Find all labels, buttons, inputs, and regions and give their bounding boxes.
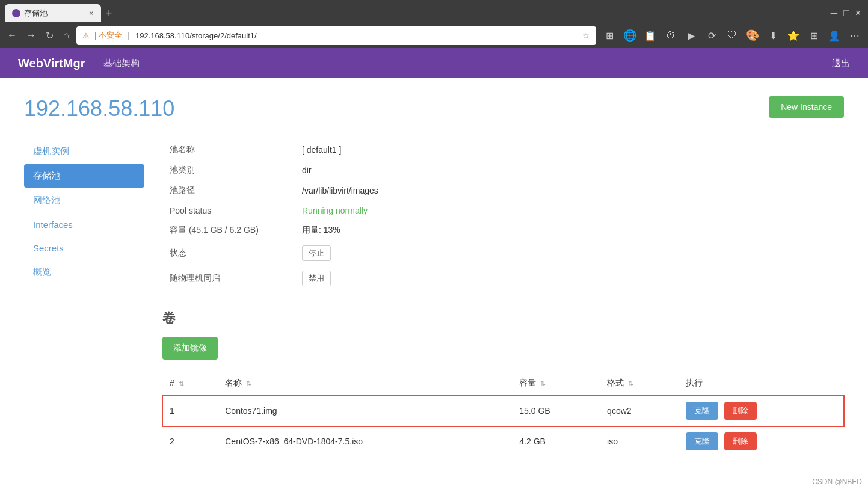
pool-status-value: Running normally <box>295 201 844 220</box>
vol2-delete-button[interactable]: 删除 <box>724 432 757 450</box>
volumes-section-title: 卷 <box>162 309 844 327</box>
app-header: WebVirtMgr 基础架构 退出 <box>0 48 868 78</box>
col-action-label: 执行 <box>686 378 703 387</box>
sidebar-item-overview[interactable]: 概览 <box>24 260 144 284</box>
add-image-button[interactable]: 添加镜像 <box>162 337 218 360</box>
pool-type-key: 池类别 <box>162 160 295 180</box>
col-number-label: # <box>170 378 174 388</box>
sidebar-label-overview: 概览 <box>33 266 51 277</box>
vol1-name: Contos71.img <box>218 395 512 426</box>
sidebar-label-secrets: Secrets <box>33 243 64 253</box>
tab-title: 存储池 <box>24 8 84 19</box>
page-title: 192.168.58.110 <box>24 96 174 121</box>
volumes-table: # ⇅ 名称 ⇅ 容量 ⇅ 格式 ⇅ <box>162 372 844 457</box>
url-text: 192.168.58.110/storage/2/default1/ <box>135 31 582 40</box>
sidebar-item-secrets[interactable]: Secrets <box>24 237 144 259</box>
star-toolbar-icon[interactable]: ⭐ <box>785 27 802 44</box>
sidebar-item-network[interactable]: 网络池 <box>24 189 144 212</box>
stop-badge[interactable]: 停止 <box>302 245 331 261</box>
bookmark-icon[interactable]: ☆ <box>582 31 590 40</box>
pool-state-row: 状态 停止 <box>162 241 844 266</box>
shield-icon[interactable]: 🛡 <box>724 27 740 44</box>
browser-icon1[interactable]: 🌐 <box>621 27 638 44</box>
app-logo: WebVirtMgr <box>18 57 85 70</box>
col-number-sort-icon[interactable]: ⇅ <box>179 380 184 387</box>
refresh-button[interactable]: ↻ <box>43 28 56 44</box>
download-icon[interactable]: ⬇ <box>765 27 781 44</box>
sidebar-label-vm: 虚机实例 <box>33 146 69 156</box>
new-tab-button[interactable]: + <box>106 7 112 20</box>
address-bar-row: ← → ↻ ⌂ ⚠ | 不安全 | 192.168.58.110/storage… <box>0 23 868 48</box>
logout-button[interactable]: 退出 <box>832 58 850 69</box>
pool-type-value: dir <box>295 160 844 180</box>
vol1-delete-button[interactable]: 删除 <box>724 402 757 420</box>
address-bar[interactable]: ⚠ | 不安全 | 192.168.58.110/storage/2/defau… <box>76 26 596 45</box>
pool-state-key: 状态 <box>162 241 295 266</box>
pool-info-table: 池名称 [ default1 ] 池类别 dir 池路径 /var/lib/li… <box>162 140 844 291</box>
pool-name-row: 池名称 [ default1 ] <box>162 140 844 160</box>
vol2-size: 4.2 GB <box>512 426 600 457</box>
vol1-actions: 克隆 删除 <box>679 395 844 426</box>
sidebar-item-interfaces[interactable]: Interfaces <box>24 214 144 236</box>
pool-state-cell: 停止 <box>295 241 844 266</box>
sidebar-item-storage[interactable]: 存储池 <box>24 164 144 188</box>
close-button[interactable]: × <box>855 8 861 19</box>
col-size-sort-icon[interactable]: ⇅ <box>540 380 546 387</box>
col-name-sort-icon[interactable]: ⇅ <box>246 380 251 387</box>
grid-icon[interactable]: ⊞ <box>805 27 822 44</box>
disabled-badge[interactable]: 禁用 <box>302 271 331 286</box>
tab-bar: 存储池 × + ─ □ × <box>0 0 868 23</box>
security-icon: ⚠ <box>82 31 90 40</box>
browser-icon2[interactable]: 📋 <box>642 27 659 44</box>
timer-icon[interactable]: ⏱ <box>662 27 679 44</box>
minimize-button[interactable]: ─ <box>831 8 837 19</box>
more-icon[interactable]: ⋯ <box>846 27 863 44</box>
vol2-actions: 克隆 删除 <box>679 426 844 457</box>
refresh-ext-icon[interactable]: ⟳ <box>703 27 720 44</box>
pool-path-value: /var/lib/libvirt/images <box>295 180 844 201</box>
restore-button[interactable]: □ <box>843 8 849 19</box>
sidebar-label-interfaces: Interfaces <box>33 220 73 230</box>
active-tab[interactable]: 存储池 × <box>5 4 101 22</box>
col-size-label: 容量 <box>519 378 536 387</box>
sidebar-label-storage: 存储池 <box>33 170 60 180</box>
user-icon[interactable]: 👤 <box>826 27 843 44</box>
play-icon[interactable]: ▶ <box>683 27 700 44</box>
sidebar: 虚机实例 存储池 网络池 Interfaces Secrets 概览 <box>24 140 144 457</box>
vol1-clone-button[interactable]: 克隆 <box>686 402 718 420</box>
col-size: 容量 ⇅ <box>512 372 600 395</box>
sidebar-item-vm[interactable]: 虚机实例 <box>24 140 144 163</box>
extensions-icon[interactable]: ⊞ <box>601 27 618 44</box>
pool-capacity-key: 容量 (45.1 GB / 6.2 GB) <box>162 220 295 241</box>
pool-autostart-key: 随物理机同启 <box>162 266 295 291</box>
pool-name-value: [ default1 ] <box>295 140 844 160</box>
forward-button[interactable]: → <box>24 28 38 43</box>
pool-capacity-value: 用量: 13% <box>295 220 844 241</box>
pool-autostart-cell: 禁用 <box>295 266 844 291</box>
pool-autostart-row: 随物理机同启 禁用 <box>162 266 844 291</box>
pool-path-row: 池路径 /var/lib/libvirt/images <box>162 180 844 201</box>
browser-chrome: 存储池 × + ─ □ × ← → ↻ ⌂ ⚠ | 不安全 | 192.168.… <box>0 0 868 48</box>
home-button[interactable]: ⌂ <box>61 28 72 43</box>
pool-path-key: 池路径 <box>162 180 295 201</box>
nav-infrastructure[interactable]: 基础架构 <box>103 58 140 69</box>
volumes-table-header-row: # ⇅ 名称 ⇅ 容量 ⇅ 格式 ⇅ <box>162 372 844 395</box>
vol1-size: 15.0 GB <box>512 395 600 426</box>
color-icon[interactable]: 🎨 <box>744 27 761 44</box>
col-format-sort-icon[interactable]: ⇅ <box>628 380 633 387</box>
tab-close-button[interactable]: × <box>89 8 94 18</box>
separator: | <box>94 31 97 40</box>
tab-favicon <box>12 9 20 17</box>
pool-name-key: 池名称 <box>162 140 295 160</box>
back-button[interactable]: ← <box>5 28 19 43</box>
col-name: 名称 ⇅ <box>218 372 512 395</box>
window-controls: ─ □ × <box>831 8 863 19</box>
vol2-clone-button[interactable]: 克隆 <box>686 432 718 450</box>
new-instance-button[interactable]: New Instance <box>769 96 844 118</box>
pool-type-row: 池类别 dir <box>162 160 844 180</box>
content-layout: 虚机实例 存储池 网络池 Interfaces Secrets 概览 <box>24 140 844 457</box>
col-number: # ⇅ <box>162 372 218 395</box>
vol1-id: 1 <box>162 395 218 426</box>
volume-row-2: 2 CentOS-7-x86_64-DVD-1804-7.5.iso 4.2 G… <box>162 426 844 457</box>
url-separator: | <box>127 31 129 40</box>
